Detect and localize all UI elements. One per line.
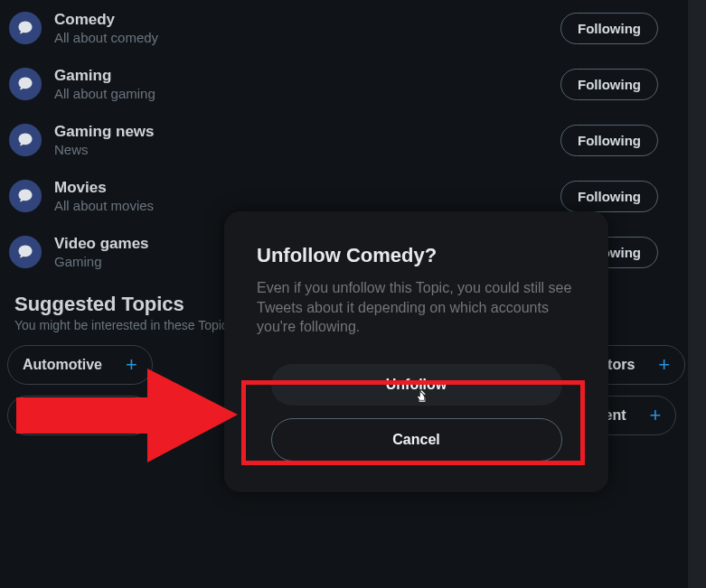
topic-icon — [9, 12, 42, 44]
topic-row[interactable]: Gaming newsNewsFollowing — [0, 112, 669, 168]
topic-icon — [9, 180, 42, 212]
suggested-topic-pill[interactable]: Spider-Man+ — [7, 396, 152, 435]
pointer-cursor-icon — [415, 387, 429, 405]
topic-icon — [9, 236, 42, 268]
right-rail — [688, 0, 706, 588]
topic-name: Comedy — [54, 11, 548, 29]
unfollow-modal: Unfollow Comedy? Even if you unfollow th… — [224, 211, 608, 492]
following-button[interactable]: Following — [560, 125, 658, 156]
topic-text: Gaming newsNews — [54, 123, 548, 157]
plus-icon[interactable]: + — [658, 355, 670, 375]
cancel-button[interactable]: Cancel — [271, 418, 562, 462]
suggested-topic-pill[interactable]: Automotive+ — [7, 345, 153, 385]
plus-icon[interactable]: + — [650, 406, 662, 425]
following-button[interactable]: Following — [560, 69, 658, 100]
topic-text: MoviesAll about movies — [54, 179, 548, 213]
following-button[interactable]: Following — [560, 13, 658, 44]
modal-title: Unfollow Comedy? — [257, 244, 576, 267]
topic-text: ComedyAll about comedy — [54, 11, 548, 45]
topic-name: Movies — [54, 179, 548, 197]
topic-text: GamingAll about gaming — [54, 67, 548, 101]
topic-icon — [9, 68, 42, 100]
topic-row[interactable]: ComedyAll about comedyFollowing — [0, 0, 669, 56]
pill-label: Spider-Man — [23, 407, 101, 424]
cancel-button-label: Cancel — [392, 432, 439, 447]
topic-icon — [9, 124, 42, 156]
topic-name: Gaming news — [54, 123, 548, 141]
topic-name: Gaming — [54, 67, 548, 85]
pill-label: Automotive — [23, 357, 102, 373]
unfollow-button[interactable]: Unfollow — [271, 364, 562, 406]
modal-body: Even if you unfollow this Topic, you cou… — [257, 278, 576, 337]
topic-row[interactable]: GamingAll about gamingFollowing — [0, 56, 669, 112]
topic-sub: All about gaming — [54, 86, 548, 101]
topic-sub: All about comedy — [54, 30, 548, 45]
plus-icon[interactable]: + — [125, 406, 136, 425]
plus-icon[interactable]: + — [126, 355, 137, 375]
topic-sub: News — [54, 142, 548, 157]
following-button[interactable]: Following — [560, 181, 658, 212]
